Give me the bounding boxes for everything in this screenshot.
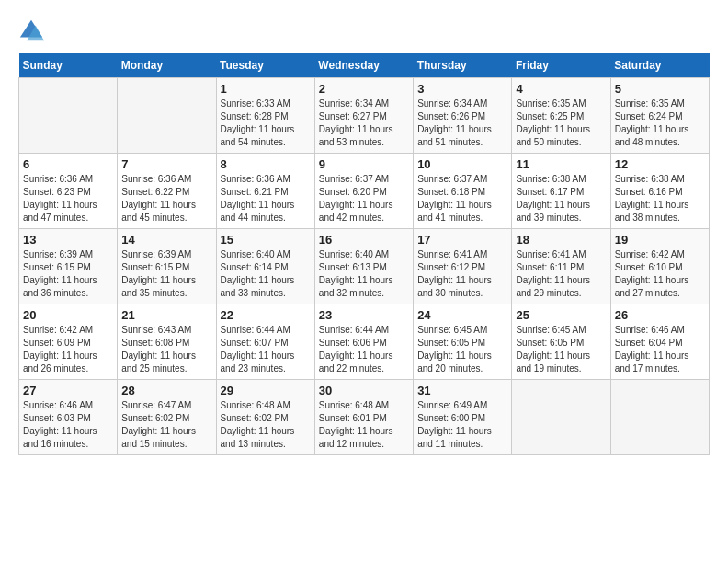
calendar-day-cell: 10Sunrise: 6:37 AM Sunset: 6:18 PM Dayli… xyxy=(414,154,512,229)
day-number: 7 xyxy=(121,157,211,171)
calendar-day-cell: 12Sunrise: 6:38 AM Sunset: 6:16 PM Dayli… xyxy=(610,154,709,229)
day-info: Sunrise: 6:42 AM Sunset: 6:09 PM Dayligh… xyxy=(23,324,113,375)
day-number: 27 xyxy=(23,384,113,397)
day-number: 13 xyxy=(23,233,113,247)
day-info: Sunrise: 6:42 AM Sunset: 6:10 PM Dayligh… xyxy=(615,248,705,300)
day-number: 26 xyxy=(615,308,705,322)
day-number: 28 xyxy=(121,384,211,397)
calendar-day-cell: 29Sunrise: 6:48 AM Sunset: 6:02 PM Dayli… xyxy=(216,380,314,455)
day-of-week-header: Monday xyxy=(118,53,216,78)
day-info: Sunrise: 6:44 AM Sunset: 6:07 PM Dayligh… xyxy=(221,324,311,375)
calendar-day-cell: 19Sunrise: 6:42 AM Sunset: 6:10 PM Dayli… xyxy=(610,229,709,304)
logo-icon xyxy=(18,18,44,44)
page-header xyxy=(18,18,710,44)
calendar-week-row: 27Sunrise: 6:46 AM Sunset: 6:03 PM Dayli… xyxy=(19,380,710,455)
day-info: Sunrise: 6:44 AM Sunset: 6:06 PM Dayligh… xyxy=(319,324,409,375)
calendar-week-row: 20Sunrise: 6:42 AM Sunset: 6:09 PM Dayli… xyxy=(19,304,710,380)
day-number: 23 xyxy=(319,308,409,322)
calendar-day-cell xyxy=(512,380,610,455)
day-info: Sunrise: 6:38 AM Sunset: 6:17 PM Dayligh… xyxy=(516,173,606,224)
day-number: 11 xyxy=(516,157,606,171)
day-info: Sunrise: 6:45 AM Sunset: 6:05 PM Dayligh… xyxy=(417,324,507,375)
calendar-day-cell: 28Sunrise: 6:47 AM Sunset: 6:02 PM Dayli… xyxy=(118,380,216,455)
day-number: 16 xyxy=(319,233,409,247)
day-number: 19 xyxy=(615,233,705,247)
day-number: 9 xyxy=(319,157,409,171)
calendar-day-cell: 30Sunrise: 6:48 AM Sunset: 6:01 PM Dayli… xyxy=(314,380,413,455)
day-info: Sunrise: 6:48 AM Sunset: 6:02 PM Dayligh… xyxy=(221,399,311,451)
calendar-day-cell xyxy=(118,78,216,154)
day-number: 24 xyxy=(417,308,507,322)
calendar-day-cell: 22Sunrise: 6:44 AM Sunset: 6:07 PM Dayli… xyxy=(216,304,314,380)
day-number: 4 xyxy=(516,82,606,96)
calendar-day-cell: 3Sunrise: 6:34 AM Sunset: 6:26 PM Daylig… xyxy=(414,78,512,154)
day-info: Sunrise: 6:35 AM Sunset: 6:25 PM Dayligh… xyxy=(516,98,606,149)
day-of-week-header: Saturday xyxy=(610,53,709,78)
day-info: Sunrise: 6:37 AM Sunset: 6:20 PM Dayligh… xyxy=(319,173,409,224)
day-info: Sunrise: 6:38 AM Sunset: 6:16 PM Dayligh… xyxy=(615,173,705,224)
day-info: Sunrise: 6:47 AM Sunset: 6:02 PM Dayligh… xyxy=(121,399,211,451)
calendar-body: 1Sunrise: 6:33 AM Sunset: 6:28 PM Daylig… xyxy=(19,78,710,455)
day-info: Sunrise: 6:36 AM Sunset: 6:23 PM Dayligh… xyxy=(23,173,113,224)
calendar-day-cell: 6Sunrise: 6:36 AM Sunset: 6:23 PM Daylig… xyxy=(19,154,118,229)
day-number: 14 xyxy=(121,233,211,247)
calendar-day-cell: 27Sunrise: 6:46 AM Sunset: 6:03 PM Dayli… xyxy=(19,380,118,455)
calendar-day-cell: 9Sunrise: 6:37 AM Sunset: 6:20 PM Daylig… xyxy=(314,154,413,229)
day-info: Sunrise: 6:39 AM Sunset: 6:15 PM Dayligh… xyxy=(23,248,113,300)
day-number: 3 xyxy=(417,82,507,96)
day-info: Sunrise: 6:46 AM Sunset: 6:03 PM Dayligh… xyxy=(23,399,113,451)
day-number: 10 xyxy=(417,157,507,171)
day-number: 6 xyxy=(23,157,113,171)
day-of-week-header: Sunday xyxy=(19,53,118,78)
day-number: 5 xyxy=(615,82,705,96)
calendar-day-cell: 5Sunrise: 6:35 AM Sunset: 6:24 PM Daylig… xyxy=(610,78,709,154)
day-info: Sunrise: 6:37 AM Sunset: 6:18 PM Dayligh… xyxy=(417,173,507,224)
days-of-week-row: SundayMondayTuesdayWednesdayThursdayFrid… xyxy=(19,53,710,78)
day-info: Sunrise: 6:34 AM Sunset: 6:26 PM Dayligh… xyxy=(417,98,507,149)
day-number: 22 xyxy=(221,308,311,322)
calendar-day-cell: 26Sunrise: 6:46 AM Sunset: 6:04 PM Dayli… xyxy=(610,304,709,380)
day-info: Sunrise: 6:43 AM Sunset: 6:08 PM Dayligh… xyxy=(121,324,211,375)
day-info: Sunrise: 6:48 AM Sunset: 6:01 PM Dayligh… xyxy=(319,399,409,451)
day-info: Sunrise: 6:33 AM Sunset: 6:28 PM Dayligh… xyxy=(221,98,311,149)
day-info: Sunrise: 6:35 AM Sunset: 6:24 PM Dayligh… xyxy=(615,98,705,149)
day-info: Sunrise: 6:45 AM Sunset: 6:05 PM Dayligh… xyxy=(516,324,606,375)
calendar-header: SundayMondayTuesdayWednesdayThursdayFrid… xyxy=(19,53,710,78)
day-number: 30 xyxy=(319,384,409,397)
calendar-week-row: 13Sunrise: 6:39 AM Sunset: 6:15 PM Dayli… xyxy=(19,229,710,304)
calendar-day-cell: 4Sunrise: 6:35 AM Sunset: 6:25 PM Daylig… xyxy=(512,78,610,154)
calendar-day-cell: 21Sunrise: 6:43 AM Sunset: 6:08 PM Dayli… xyxy=(118,304,216,380)
calendar-day-cell: 23Sunrise: 6:44 AM Sunset: 6:06 PM Dayli… xyxy=(314,304,413,380)
calendar-day-cell: 14Sunrise: 6:39 AM Sunset: 6:15 PM Dayli… xyxy=(118,229,216,304)
day-of-week-header: Wednesday xyxy=(314,53,413,78)
calendar-day-cell: 13Sunrise: 6:39 AM Sunset: 6:15 PM Dayli… xyxy=(19,229,118,304)
day-info: Sunrise: 6:46 AM Sunset: 6:04 PM Dayligh… xyxy=(615,324,705,375)
calendar-day-cell xyxy=(610,380,709,455)
day-number: 8 xyxy=(221,157,311,171)
day-info: Sunrise: 6:41 AM Sunset: 6:11 PM Dayligh… xyxy=(516,248,606,300)
calendar-day-cell: 7Sunrise: 6:36 AM Sunset: 6:22 PM Daylig… xyxy=(118,154,216,229)
day-number: 31 xyxy=(417,384,507,397)
calendar-day-cell: 18Sunrise: 6:41 AM Sunset: 6:11 PM Dayli… xyxy=(512,229,610,304)
day-number: 12 xyxy=(615,157,705,171)
day-info: Sunrise: 6:41 AM Sunset: 6:12 PM Dayligh… xyxy=(417,248,507,300)
day-number: 29 xyxy=(221,384,311,397)
day-info: Sunrise: 6:39 AM Sunset: 6:15 PM Dayligh… xyxy=(121,248,211,300)
day-number: 20 xyxy=(23,308,113,322)
calendar-day-cell: 20Sunrise: 6:42 AM Sunset: 6:09 PM Dayli… xyxy=(19,304,118,380)
day-number: 15 xyxy=(221,233,311,247)
calendar-day-cell: 15Sunrise: 6:40 AM Sunset: 6:14 PM Dayli… xyxy=(216,229,314,304)
calendar-day-cell: 17Sunrise: 6:41 AM Sunset: 6:12 PM Dayli… xyxy=(414,229,512,304)
day-info: Sunrise: 6:40 AM Sunset: 6:13 PM Dayligh… xyxy=(319,248,409,300)
day-info: Sunrise: 6:36 AM Sunset: 6:21 PM Dayligh… xyxy=(221,173,311,224)
day-of-week-header: Friday xyxy=(512,53,610,78)
calendar-week-row: 6Sunrise: 6:36 AM Sunset: 6:23 PM Daylig… xyxy=(19,154,710,229)
day-info: Sunrise: 6:40 AM Sunset: 6:14 PM Dayligh… xyxy=(221,248,311,300)
calendar-day-cell xyxy=(19,78,118,154)
calendar-day-cell: 11Sunrise: 6:38 AM Sunset: 6:17 PM Dayli… xyxy=(512,154,610,229)
calendar-day-cell: 16Sunrise: 6:40 AM Sunset: 6:13 PM Dayli… xyxy=(314,229,413,304)
day-info: Sunrise: 6:49 AM Sunset: 6:00 PM Dayligh… xyxy=(417,399,507,451)
calendar-day-cell: 25Sunrise: 6:45 AM Sunset: 6:05 PM Dayli… xyxy=(512,304,610,380)
day-of-week-header: Thursday xyxy=(414,53,512,78)
calendar-day-cell: 8Sunrise: 6:36 AM Sunset: 6:21 PM Daylig… xyxy=(216,154,314,229)
